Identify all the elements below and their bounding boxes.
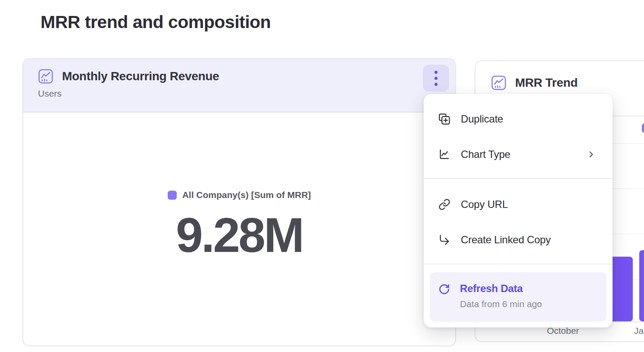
trend-card-title: MRR Trend xyxy=(515,76,578,90)
duplicate-icon xyxy=(438,113,450,125)
menu-item-create-linked-copy[interactable]: Create Linked Copy xyxy=(424,222,613,258)
refresh-data-timestamp: Data from 6 min ago xyxy=(460,299,542,309)
chart-card-icon xyxy=(38,69,53,84)
refresh-data-label: Refresh Data xyxy=(460,283,542,295)
mrr-value: 9.28M xyxy=(23,211,455,260)
menu-item-label: Duplicate xyxy=(461,113,503,125)
chart-type-icon xyxy=(438,148,450,160)
legend-label: All Company(s) [Sum of MRR] xyxy=(182,190,311,200)
page-title: MRR trend and composition xyxy=(41,12,271,32)
card-options-button[interactable] xyxy=(423,65,449,91)
menu-item-label: Chart Type xyxy=(461,148,510,160)
menu-item-duplicate[interactable]: Duplicate xyxy=(424,101,613,137)
menu-divider xyxy=(424,264,613,264)
mrr-legend: All Company(s) [Sum of MRR] xyxy=(23,190,455,200)
legend-swatch xyxy=(168,191,177,200)
kebab-dot xyxy=(435,71,438,74)
menu-item-refresh-data[interactable]: Refresh Data Data from 6 min ago xyxy=(430,272,606,322)
corner-down-right-icon xyxy=(438,234,450,246)
kebab-dot xyxy=(435,77,438,80)
context-menu: Duplicate Chart Type Copy URL xyxy=(424,94,613,327)
bar-january[interactable] xyxy=(639,250,644,321)
chevron-right-icon xyxy=(587,150,595,159)
x-axis-label-january: Ja xyxy=(634,326,644,336)
kebab-dot xyxy=(435,83,438,86)
mrr-card-title: Monthly Recurring Revenue xyxy=(62,69,219,83)
link-icon xyxy=(438,198,450,211)
dashboard-page: { "page": { "title": "MRR trend and comp… xyxy=(0,0,644,352)
menu-item-label: Create Linked Copy xyxy=(461,234,551,246)
menu-item-copy-url[interactable]: Copy URL xyxy=(424,187,613,222)
menu-divider xyxy=(424,178,613,179)
menu-item-label: Copy URL xyxy=(461,198,508,211)
mrr-card-subtitle: Users xyxy=(38,88,455,99)
mrr-card-header: Monthly Recurring Revenue Users xyxy=(23,59,455,113)
chart-card-icon xyxy=(491,75,506,91)
menu-item-chart-type[interactable]: Chart Type xyxy=(424,137,613,172)
refresh-icon xyxy=(438,283,450,295)
mrr-card: Monthly Recurring Revenue Users All Comp… xyxy=(22,58,456,346)
